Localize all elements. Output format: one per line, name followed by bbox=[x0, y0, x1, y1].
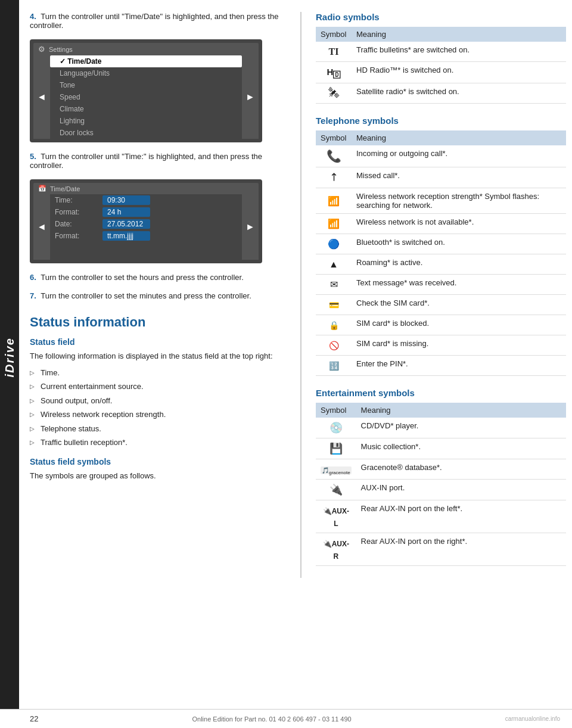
status-field-heading: Status field bbox=[30, 337, 286, 347]
radio-meaning-hd: HD Radio™* is switched on. bbox=[352, 62, 566, 83]
menu-item-timedate[interactable]: ✓ Time/Date bbox=[50, 55, 242, 67]
cd-icon: 💿 bbox=[329, 422, 343, 434]
status-information-heading: Status information bbox=[30, 315, 286, 330]
menu-item-speed[interactable]: Speed bbox=[50, 91, 242, 103]
td-label-date: Date: bbox=[55, 220, 102, 228]
music-collection-icon: 💾 bbox=[329, 443, 343, 455]
menu-item-language[interactable]: Language/Units bbox=[50, 67, 242, 79]
aux-left-icon: 🔌AUX-L bbox=[323, 507, 349, 528]
bullet-time: Time. bbox=[30, 366, 286, 380]
tel-sym-call: 📞 bbox=[316, 145, 352, 167]
tel-row-roam: ▲ Roaming* is active. bbox=[316, 254, 566, 275]
ent-meaning-auxr: Rear AUX-IN port on the right*. bbox=[356, 533, 566, 566]
radio-meaning-sat: Satellite radio* is switched on. bbox=[352, 83, 566, 104]
footer-text: Online Edition for Part no. 01 40 2 606 … bbox=[192, 715, 351, 723]
tel-meaning-simblock: SIM card* is blocked. bbox=[352, 315, 566, 335]
tel-sym-simblock: 🔒 bbox=[316, 315, 352, 335]
bullet-sound: Sound output, on/off. bbox=[30, 394, 286, 408]
bullet-traffic: Traffic bulletin reception*. bbox=[30, 435, 286, 450]
td-value-date: 27.05.2012 bbox=[102, 219, 150, 229]
ent-sym-aux: 🔌 bbox=[316, 480, 356, 500]
ent-sym-auxr: 🔌AUX-R bbox=[316, 533, 356, 566]
sim-check-icon: 💳 bbox=[329, 300, 339, 310]
sim-block-icon: 🔒 bbox=[329, 321, 339, 330]
gracenote-icon: 🎵gracenote bbox=[321, 466, 352, 474]
step-5-num: 5. bbox=[30, 152, 36, 161]
ent-row-auxr: 🔌AUX-R Rear AUX-IN port on the right*. bbox=[316, 533, 566, 566]
ent-meaning-cd: CD/DVD* player. bbox=[356, 418, 566, 438]
tel-row-signal: 📶 Wireless network reception strength* S… bbox=[316, 188, 566, 214]
radio-table: Symbol Meaning TI Traffic bulletins* are… bbox=[316, 27, 566, 104]
step-4-text: Turn the controller until "Time/Date" is… bbox=[30, 12, 278, 30]
step-7: 7. Turn the controller to set the minute… bbox=[30, 291, 286, 300]
gear-icon: ⚙ bbox=[38, 45, 45, 54]
idrive-label: iDrive bbox=[3, 337, 17, 378]
radio-sym-ti: TI bbox=[316, 42, 352, 62]
bluetooth-icon: 🔵 bbox=[328, 239, 340, 249]
tel-sym-missed: ↙ bbox=[316, 167, 352, 188]
ent-sym-music: 💾 bbox=[316, 438, 356, 459]
radio-row-sat: 🛰 Satellite radio* is switched on. bbox=[316, 83, 566, 104]
column-divider bbox=[300, 12, 301, 578]
tel-sym-signal: 📶 bbox=[316, 188, 352, 214]
tel-meaning-pin: Enter the PIN*. bbox=[352, 356, 566, 376]
settings-screen-header: ⚙ Settings bbox=[33, 43, 259, 55]
step-5-text: Turn the controller until "Time:" is hig… bbox=[30, 152, 262, 170]
ent-row-auxl: 🔌AUX-L Rear AUX-IN port on the left*. bbox=[316, 500, 566, 533]
left-nav-arrow[interactable]: ◄ bbox=[33, 55, 50, 139]
tel-row-simcheck: 💳 Check the SIM card*. bbox=[316, 295, 566, 315]
td-left-arrow[interactable]: ◄ bbox=[33, 194, 50, 260]
td-spacer bbox=[50, 242, 242, 260]
sms-icon: ✉ bbox=[330, 279, 338, 290]
menu-item-climate[interactable]: Climate bbox=[50, 103, 242, 115]
tel-sym-pin: 🔢 bbox=[316, 356, 352, 376]
left-column: 4. Turn the controller until "Time/Date"… bbox=[30, 12, 286, 578]
timedate-nav-row: ◄ Time: 09:30 Format: 24 h Date: 27.05.2… bbox=[33, 194, 259, 260]
tel-meaning-roam: Roaming* is active. bbox=[352, 254, 566, 275]
tel-sym-bt: 🔵 bbox=[316, 234, 352, 254]
td-value-time: 09:30 bbox=[102, 195, 150, 205]
radio-sym-hd: H🄳 bbox=[316, 62, 352, 83]
page-number: 22 bbox=[30, 714, 38, 723]
pin-icon: 🔢 bbox=[329, 361, 339, 371]
signal-icon: 📶 bbox=[328, 196, 340, 206]
bullet-telephone: Telephone status. bbox=[30, 422, 286, 436]
settings-screen-title: Settings bbox=[49, 46, 73, 53]
step-5: 5. Turn the controller until "Time:" is … bbox=[30, 152, 286, 170]
tel-meaning-bt: Bluetooth* is switched on. bbox=[352, 234, 566, 254]
ent-sym-auxl: 🔌AUX-L bbox=[316, 500, 356, 533]
status-field-text: The following information is displayed i… bbox=[30, 350, 286, 362]
td-row-format2: Format: tt.mm.jjjj bbox=[50, 230, 242, 242]
menu-item-lighting[interactable]: Lighting bbox=[50, 115, 242, 127]
right-nav-arrow[interactable]: ► bbox=[242, 55, 259, 139]
td-value-format1: 24 h bbox=[102, 207, 150, 217]
settings-menu-list: ✓ Time/Date Language/Units Tone Speed Cl… bbox=[50, 55, 242, 139]
td-right-arrow[interactable]: ► bbox=[242, 194, 259, 260]
radio-row-ti: TI Traffic bulletins* are switched on. bbox=[316, 42, 566, 62]
step-6-text: Turn the controller to set the hours and… bbox=[41, 273, 244, 282]
tel-sym-simcheck: 💳 bbox=[316, 295, 352, 315]
telephone-symbols-heading: Telephone symbols bbox=[316, 116, 566, 126]
tel-row-sms: ✉ Text message* was received. bbox=[316, 275, 566, 295]
tel-meaning-call: Incoming or outgoing call*. bbox=[352, 145, 566, 167]
ent-col-symbol: Symbol bbox=[316, 403, 356, 418]
timedate-rows: Time: 09:30 Format: 24 h Date: 27.05.201… bbox=[50, 194, 242, 260]
menu-item-tone[interactable]: Tone bbox=[50, 79, 242, 91]
radio-symbols-heading: Radio symbols bbox=[316, 12, 566, 22]
timedate-screen: 📅 Time/Date ◄ Time: 09:30 Format: 24 h D… bbox=[30, 179, 262, 263]
aux-right-icon: 🔌AUX-R bbox=[323, 540, 349, 561]
tel-meaning-sms: Text message* was received. bbox=[352, 275, 566, 295]
radio-meaning-ti: Traffic bulletins* are switched on. bbox=[352, 42, 566, 62]
menu-item-doorlocks[interactable]: Door locks bbox=[50, 127, 242, 139]
step-4-num: 4. bbox=[30, 12, 36, 21]
settings-nav-row: ◄ ✓ Time/Date Language/Units Tone Speed … bbox=[33, 55, 259, 139]
ent-sym-gracenote: 🎵gracenote bbox=[316, 459, 356, 480]
ent-row-aux: 🔌 AUX-IN port. bbox=[316, 480, 566, 500]
settings-screen: ⚙ Settings ◄ ✓ Time/Date Language/Units … bbox=[30, 39, 262, 142]
no-signal-icon: 📶 bbox=[328, 219, 340, 229]
roaming-icon: ▲ bbox=[329, 259, 338, 269]
status-field-bullets: Time. Current entertainment source. Soun… bbox=[30, 366, 286, 450]
tel-row-pin: 🔢 Enter the PIN*. bbox=[316, 356, 566, 376]
tel-sym-simmiss: 🚫 bbox=[316, 335, 352, 356]
td-label-format2: Format: bbox=[55, 232, 102, 240]
